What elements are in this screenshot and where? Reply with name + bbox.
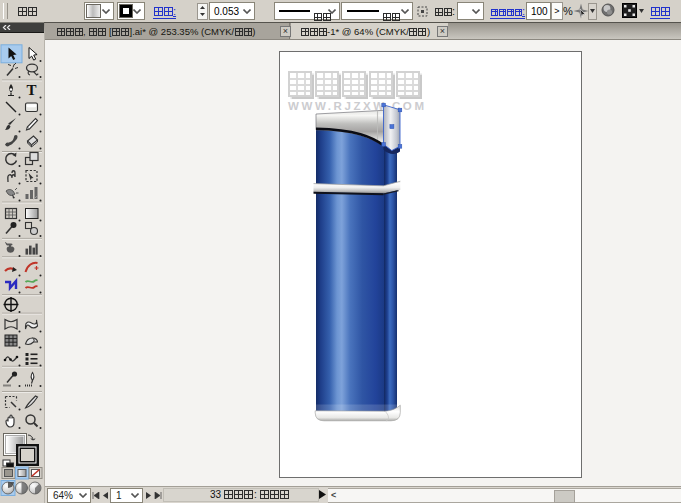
svg-text:T: T [26, 82, 36, 98]
